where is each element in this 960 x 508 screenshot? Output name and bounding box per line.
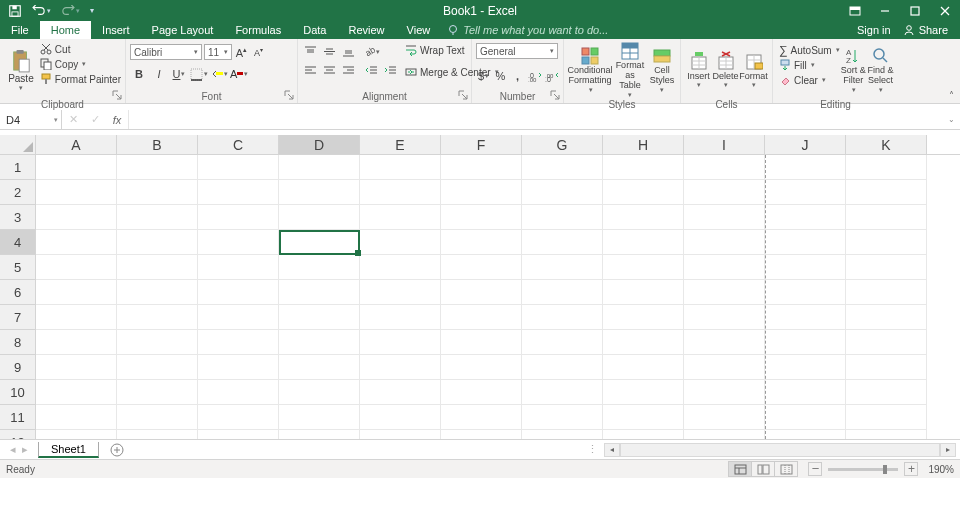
cell[interactable] — [846, 205, 927, 230]
scroll-left-icon[interactable]: ◂ — [604, 443, 620, 457]
cell[interactable] — [279, 380, 360, 405]
cell[interactable] — [765, 305, 846, 330]
column-header[interactable]: I — [684, 135, 765, 154]
cell[interactable] — [603, 355, 684, 380]
cell[interactable] — [279, 280, 360, 305]
underline-button[interactable]: U▾ — [170, 65, 188, 83]
tab-data[interactable]: Data — [292, 21, 337, 39]
cell[interactable] — [36, 430, 117, 439]
align-left-button[interactable] — [302, 63, 319, 78]
cell[interactable] — [603, 380, 684, 405]
italic-button[interactable]: I — [150, 65, 168, 83]
name-box[interactable]: D4▾ — [0, 110, 62, 129]
cell[interactable] — [117, 280, 198, 305]
cell[interactable] — [198, 205, 279, 230]
cell[interactable] — [684, 255, 765, 280]
cell[interactable] — [279, 255, 360, 280]
cell[interactable] — [522, 255, 603, 280]
row-header[interactable]: 4 — [0, 230, 36, 255]
maximize-button[interactable] — [900, 0, 930, 21]
font-dialog-launcher-icon[interactable] — [284, 90, 294, 100]
format-as-table-button[interactable]: Format asTable▾ — [612, 41, 648, 99]
cell[interactable] — [360, 305, 441, 330]
row-header[interactable]: 7 — [0, 305, 36, 330]
cell[interactable] — [360, 430, 441, 439]
cell[interactable] — [117, 230, 198, 255]
cell[interactable] — [522, 305, 603, 330]
cell[interactable] — [36, 255, 117, 280]
cell[interactable] — [36, 155, 117, 180]
cell[interactable] — [765, 280, 846, 305]
cell[interactable] — [117, 430, 198, 439]
cell[interactable] — [522, 180, 603, 205]
row-header[interactable]: 3 — [0, 205, 36, 230]
cell[interactable] — [765, 230, 846, 255]
cell[interactable] — [198, 380, 279, 405]
percent-style-button[interactable]: % — [493, 67, 508, 85]
cell[interactable] — [684, 155, 765, 180]
sign-in-link[interactable]: Sign in — [857, 24, 891, 36]
row-header[interactable]: 9 — [0, 355, 36, 380]
qat-customize-icon[interactable]: ▾ — [90, 6, 94, 15]
row-header[interactable]: 5 — [0, 255, 36, 280]
share-button[interactable]: Share — [903, 24, 948, 36]
cell[interactable] — [279, 155, 360, 180]
column-header[interactable]: A — [36, 135, 117, 154]
cell[interactable] — [279, 230, 360, 255]
horizontal-scrollbar[interactable]: ⋮ ◂ ▸ — [587, 442, 956, 458]
copy-button[interactable]: Copy▾ — [40, 57, 121, 72]
column-header[interactable]: F — [441, 135, 522, 154]
cell[interactable] — [279, 430, 360, 439]
paste-button[interactable]: Paste ▾ — [4, 41, 38, 99]
cell[interactable] — [603, 155, 684, 180]
cell[interactable] — [684, 355, 765, 380]
font-size-combo[interactable]: 11▾ — [204, 44, 232, 60]
accounting-format-button[interactable]: $▾ — [476, 67, 491, 85]
align-middle-button[interactable] — [321, 44, 338, 59]
cell[interactable] — [36, 405, 117, 430]
cell[interactable] — [198, 230, 279, 255]
tab-insert[interactable]: Insert — [91, 21, 141, 39]
row-header[interactable]: 11 — [0, 405, 36, 430]
cell[interactable] — [846, 380, 927, 405]
decrease-decimal-button[interactable]: .00.0 — [544, 67, 559, 85]
column-header[interactable]: J — [765, 135, 846, 154]
cell[interactable] — [198, 155, 279, 180]
cell[interactable] — [360, 230, 441, 255]
increase-indent-button[interactable] — [382, 63, 399, 78]
insert-function-button[interactable]: fx — [106, 114, 128, 126]
cell[interactable] — [36, 330, 117, 355]
row-header[interactable]: 1 — [0, 155, 36, 180]
column-header[interactable]: C — [198, 135, 279, 154]
cell[interactable] — [279, 330, 360, 355]
cell[interactable] — [360, 255, 441, 280]
increase-decimal-button[interactable]: .0.00 — [527, 67, 542, 85]
cell[interactable] — [36, 230, 117, 255]
cell[interactable] — [765, 380, 846, 405]
clipboard-dialog-launcher-icon[interactable] — [112, 90, 122, 100]
decrease-font-button[interactable]: A▾ — [251, 43, 266, 61]
cell[interactable] — [198, 330, 279, 355]
cell[interactable] — [684, 405, 765, 430]
cell[interactable] — [765, 355, 846, 380]
cell[interactable] — [360, 180, 441, 205]
tab-review[interactable]: Review — [337, 21, 395, 39]
cell[interactable] — [117, 330, 198, 355]
cell[interactable] — [765, 330, 846, 355]
column-header[interactable]: E — [360, 135, 441, 154]
cell[interactable] — [360, 330, 441, 355]
cell[interactable] — [522, 380, 603, 405]
collapse-ribbon-icon[interactable]: ˄ — [949, 90, 954, 101]
cell[interactable] — [603, 305, 684, 330]
conditional-formatting-button[interactable]: ConditionalFormatting▾ — [568, 41, 612, 99]
cell[interactable] — [36, 305, 117, 330]
cell[interactable] — [522, 355, 603, 380]
row-header[interactable]: 10 — [0, 380, 36, 405]
increase-font-button[interactable]: A▴ — [234, 43, 249, 61]
delete-cells-button[interactable]: Delete▾ — [712, 41, 739, 99]
normal-view-button[interactable] — [728, 461, 752, 477]
cell[interactable] — [765, 405, 846, 430]
fill-button[interactable]: Fill▾ — [779, 58, 840, 73]
align-right-button[interactable] — [340, 63, 357, 78]
cell[interactable] — [36, 380, 117, 405]
